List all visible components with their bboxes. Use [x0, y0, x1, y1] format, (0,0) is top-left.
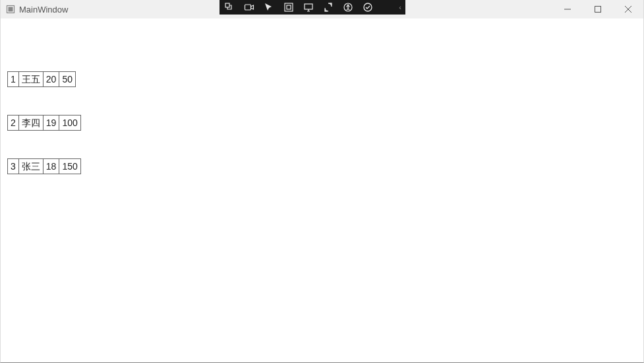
cell-age: 20 — [43, 71, 60, 87]
cell-value: 50 — [59, 71, 76, 87]
close-button[interactable] — [613, 0, 643, 18]
window-title: MainWindow — [19, 5, 68, 15]
client-area: 1 王五 20 50 2 李四 19 100 3 张三 18 — [1, 18, 643, 362]
select-element-icon[interactable] — [263, 1, 275, 13]
data-row: 2 李四 19 100 — [7, 115, 81, 131]
svg-point-9 — [364, 3, 372, 11]
check-icon[interactable] — [362, 1, 374, 13]
cell-value: 100 — [59, 115, 80, 131]
live-visual-tree-icon[interactable] — [223, 1, 235, 13]
cell-id: 1 — [7, 71, 19, 87]
hot-reload-icon[interactable] — [322, 1, 334, 13]
cell-name: 李四 — [18, 115, 44, 131]
accessibility-icon[interactable] — [342, 1, 354, 13]
cell-id: 2 — [7, 115, 19, 131]
app-icon — [6, 5, 15, 14]
minimize-button[interactable] — [552, 0, 583, 18]
cell-age: 19 — [43, 115, 60, 131]
display-layout-icon[interactable] — [283, 1, 295, 13]
main-window: MainWindow — [0, 0, 644, 363]
window-controls — [552, 0, 643, 18]
svg-rect-11 — [595, 7, 601, 13]
svg-rect-2 — [225, 3, 229, 7]
data-rows-container: 1 王五 20 50 2 李四 19 100 3 张三 18 — [7, 71, 81, 202]
data-row: 1 王五 20 50 — [7, 71, 76, 87]
screen-recorder-icon[interactable] — [243, 1, 255, 13]
data-row: 3 张三 18 150 — [7, 158, 81, 174]
collapse-chevron-icon[interactable]: ‹ — [399, 3, 405, 11]
svg-rect-6 — [305, 4, 312, 9]
track-focus-icon[interactable] — [303, 1, 314, 13]
svg-rect-4 — [285, 3, 293, 11]
maximize-button[interactable] — [583, 0, 613, 18]
svg-rect-5 — [287, 5, 291, 9]
svg-rect-1 — [9, 7, 13, 12]
title-left: MainWindow — [1, 5, 68, 15]
vs-diagnostic-toolbar[interactable]: ‹ — [220, 0, 405, 15]
cell-name: 王五 — [18, 71, 44, 87]
svg-rect-3 — [245, 5, 251, 10]
cell-value: 150 — [59, 158, 80, 174]
cell-name: 张三 — [18, 158, 44, 174]
cell-id: 3 — [7, 158, 19, 174]
svg-point-8 — [347, 5, 349, 6]
cell-age: 18 — [43, 158, 60, 174]
titlebar: MainWindow — [1, 0, 643, 18]
